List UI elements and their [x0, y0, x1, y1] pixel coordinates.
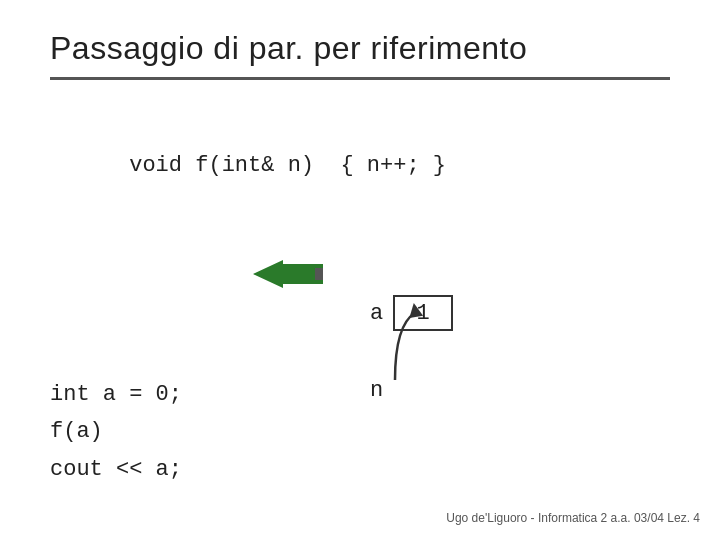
left-arrow-icon: [253, 260, 323, 288]
svg-marker-0: [253, 260, 323, 288]
title-divider: [50, 77, 670, 80]
code-line-3: f(a): [50, 413, 670, 450]
variable-box: 1: [393, 295, 453, 331]
a-label: a: [370, 301, 383, 326]
footer-text: Ugo de'Liguoro - Informatica 2 a.a. 03/0…: [446, 511, 700, 525]
code-block: void f(int& n) { n++; } int a = 0; f(a) …: [50, 110, 670, 488]
box-value: 1: [417, 301, 430, 326]
code-line-1: void f(int& n) { n++; }: [50, 110, 670, 376]
svg-rect-1: [315, 268, 323, 280]
code-text-1: void f(int& n) { n++; }: [129, 153, 446, 178]
code-line-2: int a = 0;: [50, 376, 670, 413]
slide: Passaggio di par. per riferimento void f…: [0, 0, 720, 540]
n-label: n: [370, 378, 383, 403]
slide-title: Passaggio di par. per riferimento: [50, 30, 670, 67]
arrow-indicator: [147, 222, 323, 338]
diagram-area: a 1: [370, 295, 453, 331]
code-line-4: cout << a;: [50, 451, 670, 488]
